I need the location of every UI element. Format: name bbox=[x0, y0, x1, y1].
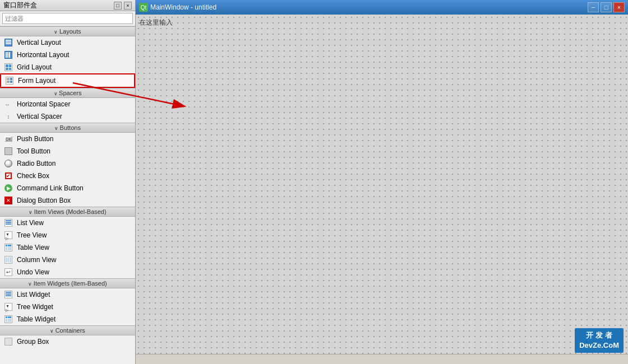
table-widget-label: Table Widget bbox=[17, 315, 56, 323]
filter-input[interactable] bbox=[2, 13, 133, 24]
filter-row bbox=[0, 11, 135, 26]
widget-item-check-box[interactable]: ✔Check Box bbox=[0, 170, 135, 182]
command-link-button-label: Command Link Button bbox=[17, 184, 84, 192]
widget-item-group-box[interactable]: Group Box bbox=[0, 335, 135, 348]
undo-view-icon: ↩ bbox=[3, 267, 13, 277]
main-container: 窗口部件盒 □ × LayoutsVertical LayoutHorizont… bbox=[0, 0, 628, 364]
column-view-label: Column View bbox=[17, 256, 56, 264]
horizontal-spacer-label: Horizontal Spacer bbox=[17, 100, 70, 108]
radio-button-icon bbox=[3, 158, 13, 169]
column-view-icon bbox=[3, 255, 13, 265]
check-box-label: Check Box bbox=[17, 172, 49, 180]
widget-item-tool-button[interactable]: Tool Button bbox=[0, 145, 135, 157]
widget-item-grid-layout[interactable]: Grid Layout bbox=[0, 61, 135, 73]
widget-item-vertical-spacer[interactable]: ↕Vertical Spacer bbox=[0, 110, 135, 123]
section-header-layouts[interactable]: Layouts bbox=[0, 26, 135, 36]
push-button-icon: OK bbox=[3, 134, 13, 144]
horizontal-spacer-icon: ↔ bbox=[3, 99, 13, 109]
widget-item-list-widget[interactable]: List Widget bbox=[0, 288, 135, 301]
vertical-spacer-icon: ↕ bbox=[3, 111, 13, 122]
main-window-close-btn[interactable]: × bbox=[613, 2, 625, 12]
widget-item-push-button[interactable]: OKPush Button bbox=[0, 133, 135, 145]
main-window-statusbar bbox=[136, 354, 628, 364]
main-window-maximize-btn[interactable]: □ bbox=[601, 2, 612, 12]
list-widget-icon bbox=[3, 290, 13, 300]
widget-item-tree-view[interactable]: ▼▷Tree View bbox=[0, 229, 135, 241]
watermark: 开 发 者 DevZe.CoM bbox=[575, 328, 624, 353]
horizontal-layout-label: Horizontal Layout bbox=[17, 51, 69, 59]
dialog-button-box-label: Dialog Button Box bbox=[17, 197, 71, 204]
grid-layout-icon bbox=[3, 62, 13, 72]
push-button-label: Push Button bbox=[17, 135, 53, 143]
section-header-item-views[interactable]: Item Views (Model-Based) bbox=[0, 207, 135, 217]
tool-button-label: Tool Button bbox=[17, 147, 50, 155]
tree-widget-icon: ▼▷ bbox=[3, 302, 13, 312]
main-window-controls: − □ × bbox=[588, 2, 625, 12]
widget-list: LayoutsVertical LayoutHorizontal LayoutG… bbox=[0, 26, 135, 364]
grid-layout-label: Grid Layout bbox=[17, 63, 52, 71]
main-window-title: MainWindow - untitled bbox=[150, 3, 588, 11]
widget-item-radio-button[interactable]: Radio Button bbox=[0, 157, 135, 170]
widget-box: 窗口部件盒 □ × LayoutsVertical LayoutHorizont… bbox=[0, 0, 136, 364]
main-window-panel: Qt MainWindow - untitled − □ × 在这里输入 bbox=[136, 0, 628, 364]
widget-box-titlebar: 窗口部件盒 □ × bbox=[0, 0, 135, 11]
section-header-buttons[interactable]: Buttons bbox=[0, 123, 135, 133]
group-box-icon bbox=[3, 337, 13, 347]
widget-item-undo-view[interactable]: ↩Undo View bbox=[0, 266, 135, 278]
list-widget-label: List Widget bbox=[17, 291, 50, 298]
widget-item-table-widget[interactable]: Table Widget bbox=[0, 313, 135, 325]
watermark-line2: DevZe.CoM bbox=[579, 340, 619, 351]
tree-view-label: Tree View bbox=[17, 231, 47, 239]
undo-view-label: Undo View bbox=[17, 268, 49, 276]
widget-box-float-btn[interactable]: □ bbox=[114, 2, 122, 10]
horizontal-layout-icon bbox=[3, 50, 13, 60]
widget-box-close-btn[interactable]: × bbox=[124, 2, 132, 10]
widget-item-form-layout[interactable]: Form Layout bbox=[0, 73, 135, 88]
main-window-content[interactable]: 在这里输入 bbox=[136, 15, 628, 354]
widget-item-table-view[interactable]: Table View bbox=[0, 241, 135, 254]
vertical-spacer-label: Vertical Spacer bbox=[17, 113, 62, 120]
section-header-spacers[interactable]: Spacers bbox=[0, 88, 135, 98]
widget-item-tree-widget[interactable]: ▼▷Tree Widget bbox=[0, 301, 135, 313]
table-widget-icon bbox=[3, 314, 13, 324]
widget-item-horizontal-layout[interactable]: Horizontal Layout bbox=[0, 49, 135, 61]
main-window-icon: Qt bbox=[139, 3, 148, 12]
tool-button-icon bbox=[3, 146, 13, 156]
check-box-icon: ✔ bbox=[3, 171, 13, 181]
list-view-icon bbox=[3, 218, 13, 228]
tree-widget-label: Tree Widget bbox=[17, 303, 53, 311]
list-view-label: List View bbox=[17, 219, 44, 227]
section-header-containers[interactable]: Containers bbox=[0, 325, 135, 335]
canvas-hint: 在这里输入 bbox=[139, 18, 173, 27]
command-link-button-icon: ▶ bbox=[3, 183, 13, 193]
form-layout-label: Form Layout bbox=[18, 77, 56, 85]
widget-item-dialog-button-box[interactable]: ✕Dialog Button Box bbox=[0, 194, 135, 207]
section-header-item-widgets[interactable]: Item Widgets (Item-Based) bbox=[0, 278, 135, 288]
vertical-layout-icon bbox=[3, 38, 13, 48]
tree-view-icon: ▼▷ bbox=[3, 230, 13, 240]
widget-box-title: 窗口部件盒 bbox=[3, 1, 37, 10]
dialog-button-box-icon: ✕ bbox=[3, 195, 13, 206]
group-box-label: Group Box bbox=[17, 338, 49, 346]
dotted-canvas[interactable]: 在这里输入 bbox=[136, 15, 628, 354]
main-window-titlebar: Qt MainWindow - untitled − □ × bbox=[136, 0, 628, 15]
widget-box-controls: □ × bbox=[114, 2, 132, 10]
widget-item-column-view[interactable]: Column View bbox=[0, 254, 135, 266]
widget-item-vertical-layout[interactable]: Vertical Layout bbox=[0, 36, 135, 49]
table-view-label: Table View bbox=[17, 244, 49, 251]
main-window-minimize-btn[interactable]: − bbox=[588, 2, 599, 12]
widget-item-list-view[interactable]: List View bbox=[0, 217, 135, 229]
radio-button-label: Radio Button bbox=[17, 160, 56, 167]
watermark-line1: 开 发 者 bbox=[579, 330, 619, 340]
table-view-icon bbox=[3, 242, 13, 253]
widget-item-horizontal-spacer[interactable]: ↔Horizontal Spacer bbox=[0, 98, 135, 110]
vertical-layout-label: Vertical Layout bbox=[17, 39, 61, 46]
form-layout-icon bbox=[4, 76, 15, 86]
widget-item-command-link-button[interactable]: ▶Command Link Button bbox=[0, 182, 135, 194]
